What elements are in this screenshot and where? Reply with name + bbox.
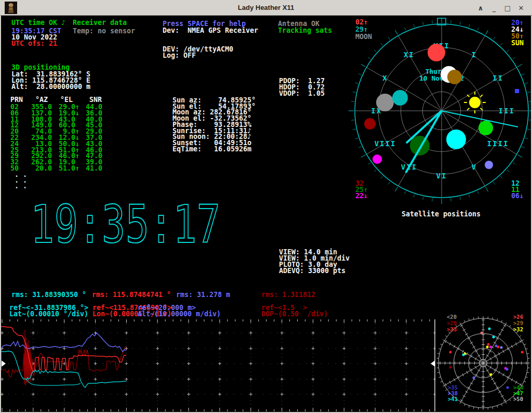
scale-stat-3: DOP~(0.50 /div) <box>261 311 328 317</box>
snr-label->41: >41 <box>448 396 458 402</box>
big-digital-clock: 19:35:17 <box>29 203 249 251</box>
sat-dot-29 <box>392 90 408 106</box>
shade-button[interactable]: ∧ <box>474 2 487 14</box>
rms-stat-2: rms: 31.278 m <box>176 292 230 298</box>
scale-stat-0: Lat~(0.00010 °/div) <box>9 311 88 317</box>
sat-dot-32 <box>364 118 376 130</box>
minimize-button[interactable]: _ <box>487 2 501 14</box>
rms-stat-1: rms: 115.87484741 ° <box>92 292 171 298</box>
sun-moon-line-8: EqTime: 16.05926m <box>172 146 251 152</box>
snr-dot-7 <box>497 346 500 349</box>
titlebar[interactable]: Lady Heather X11 ∧ _ □ ✕ <box>0 0 532 16</box>
sky-label-SUN: SUN <box>511 40 524 46</box>
sat-table-more-2: · · <box>15 185 27 191</box>
snr-dot-15 <box>506 368 509 371</box>
snr-dot-17 <box>473 377 475 379</box>
plot-right-ref-arrow <box>431 360 435 367</box>
clock-numeral-IIII: IIII <box>487 139 509 148</box>
temp-status: Temp: no sensor <box>73 28 135 34</box>
sat-dot-11 <box>478 121 493 135</box>
snr-dot-2 <box>493 336 495 339</box>
sat-table-row-50: 5020.051.0↑41.0 <box>10 164 102 172</box>
clock-numeral-V: V <box>471 163 476 171</box>
vdop: VDOP: 1.05 <box>279 91 325 97</box>
sat-dot-20 <box>515 89 519 93</box>
clock-numeral-II: II <box>493 74 503 82</box>
snr-label-<20: <20 <box>447 314 457 320</box>
snr-dot-3 <box>487 343 490 346</box>
snr-dot-12 <box>449 351 452 354</box>
snr-label->32: >32 <box>513 327 523 332</box>
sky-label-MOON: MOON <box>355 34 372 40</box>
sky-label-29↑: 29↑ <box>355 27 368 33</box>
scale-stat-2: Alt~(10.00000 m/div) <box>138 311 221 317</box>
utc-offset: UTC ofs: 21 <box>11 41 57 47</box>
satellite-position-map[interactable]: XIIIIIIIIIIIIVVIVIIVIIIIXXXIThursday10 N… <box>349 15 532 224</box>
snr-label->29: >29 <box>513 320 523 326</box>
close-button[interactable]: ✕ <box>514 2 528 14</box>
snr-dot-5 <box>489 346 492 349</box>
plot-trace-Lon <box>1 327 126 372</box>
main-screen: UTC time OK ♪ 19:35:17 CST 10 Nov 2022 U… <box>0 0 532 413</box>
sat-dot-MOON <box>376 94 394 111</box>
rms-stat-3: rms: 1.311812 <box>261 292 315 298</box>
clock-numeral-XI: XI <box>404 50 415 59</box>
plot-left-ref-arrow <box>2 360 6 367</box>
sat-dot-SUN <box>469 97 481 108</box>
snr-dot-9 <box>521 351 524 354</box>
sat-dot-06 <box>485 161 493 169</box>
clock-numeral-X: X <box>382 74 388 82</box>
snr-dot-8 <box>500 346 503 349</box>
snr-dot-13 <box>449 366 452 369</box>
clock-numeral-III: III <box>499 107 515 115</box>
snr-label->26: >26 <box>513 314 523 320</box>
clock-numeral-VIII: VIII <box>375 139 396 148</box>
snr-dot-18 <box>507 386 509 389</box>
sat-dot-50 <box>447 70 462 84</box>
sky-label-02↑: 02↑ <box>355 19 368 25</box>
log-status: Log: OFF <box>163 53 196 59</box>
snr-dot-4 <box>486 346 489 349</box>
sky-label-22↓: 22↓ <box>355 193 368 199</box>
big-clock-digits: 19:35:17 <box>31 203 220 251</box>
snr-dot-0 <box>488 328 491 330</box>
plot-trace-Lat2 <box>26 379 81 385</box>
altitude: Alt: 28.00000000 m <box>11 84 90 90</box>
snr-dot-11 <box>462 354 465 356</box>
lady-heather-window: UTC time OK ♪ 19:35:17 CST 10 Nov 2022 U… <box>0 0 532 413</box>
receiver-data-title: Receiver data <box>73 20 127 26</box>
snr-dot-1 <box>481 332 483 334</box>
sat-dot-25 <box>410 136 430 156</box>
sat-dot-12 <box>446 130 466 149</box>
sat-table-header: PRN °AZ °EL SNR <box>10 97 102 103</box>
plot-trace-Alt <box>1 333 126 370</box>
plot-area[interactable] <box>1 319 435 411</box>
snr-label->20: >20 <box>447 320 457 326</box>
snr-label->50: >50 <box>513 396 523 402</box>
window-border-left <box>0 16 1 412</box>
device-type: Dev: NMEA GPS Receiver <box>163 28 258 34</box>
snr-label->23: >23 <box>447 327 457 332</box>
window-title: Lady Heather X11 <box>0 4 532 11</box>
utc-status: UTC time OK ♪ <box>11 20 65 26</box>
sky-map-title: Satellite positions <box>402 211 481 217</box>
clock-numeral-VI: VI <box>436 172 447 180</box>
sky-label-06↓: 06↓ <box>511 193 524 199</box>
maximize-button[interactable]: □ <box>501 2 514 14</box>
tracking-status: Tracking sats <box>278 28 332 34</box>
view-line-3: ADEVQ: 33000 pts <box>279 268 345 274</box>
sat-dot-22 <box>373 154 382 164</box>
clock-numeral-I: I <box>471 50 476 59</box>
plot-trace-DOP <box>1 330 126 385</box>
rms-stat-0: rms: 31.88390350 ° <box>11 292 86 298</box>
sat-dot-02 <box>428 44 445 61</box>
snr-dot-16 <box>490 373 493 376</box>
